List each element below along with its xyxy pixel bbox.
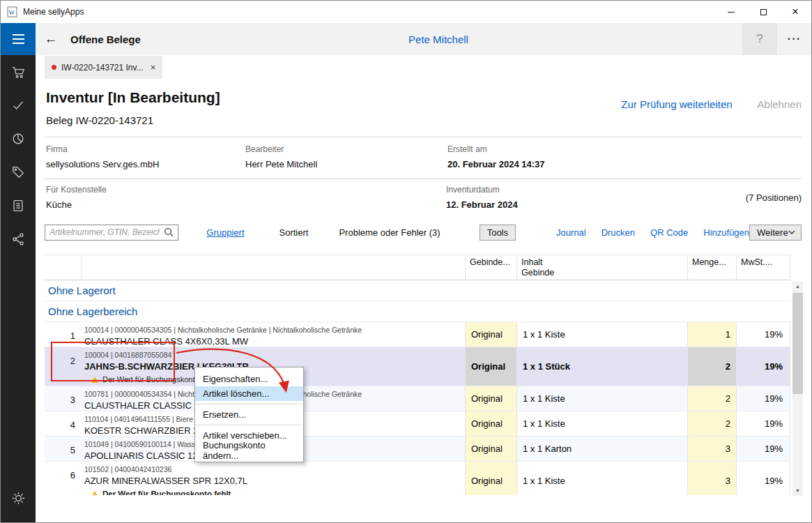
page-header: ← Offene Belege Pete Mitchell ? ··· xyxy=(36,23,811,55)
menu-separator xyxy=(196,404,302,404)
row-number: 4 xyxy=(45,411,81,436)
gebinde-cell[interactable]: Original xyxy=(465,322,516,347)
inhalt-cell[interactable]: 1 x 1 Kiste xyxy=(516,322,687,347)
col-menge[interactable]: Menge... xyxy=(687,255,736,280)
group-row-lagerort[interactable]: Ohne Lagerort xyxy=(45,280,790,301)
mwst-cell[interactable]: 19% xyxy=(736,322,790,347)
positions-count: (7 Positionen) xyxy=(746,192,802,203)
forward-review-link[interactable]: Zur Prüfung weiterleiten xyxy=(621,98,732,110)
scrollbar-thumb[interactable] xyxy=(792,293,803,394)
search-icon[interactable] xyxy=(164,227,174,237)
mwst-cell[interactable]: 19% xyxy=(736,437,790,461)
table-row[interactable]: 1 100014 | 00000040534305 | Nichtalkohol… xyxy=(45,322,790,347)
pie-chart-icon[interactable] xyxy=(1,122,36,156)
menge-cell[interactable]: 1 xyxy=(687,322,736,347)
col-inhalt[interactable]: Inhalt Gebinde xyxy=(516,255,687,280)
field-value-bearbeiter: Herr Pete Mitchell xyxy=(245,159,447,170)
col-mwst[interactable]: MwSt.... xyxy=(736,255,790,280)
menu-item-artikel-loeschen[interactable]: Artikel löschen... xyxy=(195,386,303,401)
field-label-bearbeiter: Bearbeiter xyxy=(245,144,447,154)
field-value-inventurdatum: 12. Februar 2024 xyxy=(446,199,746,211)
settings-gear-icon[interactable] xyxy=(1,481,36,515)
field-value-firma: sellysolutions Serv.ges.mbH xyxy=(46,159,245,170)
sorted-link[interactable]: Sortiert xyxy=(279,227,309,238)
maximize-button[interactable] xyxy=(747,1,779,23)
table-body: Ohne Lagerort Ohne Lagerbereich 1 100014… xyxy=(45,280,790,495)
menge-cell[interactable]: 2 xyxy=(687,386,736,411)
page-title: Offene Belege xyxy=(70,33,141,45)
journal-book-icon[interactable] xyxy=(1,189,36,222)
hamburger-menu-icon[interactable] xyxy=(1,23,36,55)
menu-item-buchungskonto-aendern[interactable]: Buchungskonto ändern... xyxy=(195,443,303,457)
help-icon[interactable]: ? xyxy=(742,23,777,55)
price-tag-icon[interactable] xyxy=(1,156,36,189)
col-gebinde[interactable]: Gebinde... xyxy=(465,255,516,280)
row-number: 2 xyxy=(45,347,81,386)
cart-icon[interactable] xyxy=(1,55,36,89)
search-box[interactable] xyxy=(45,225,178,241)
gebinde-cell[interactable]: Original xyxy=(465,411,516,436)
positions-table: Gebinde... Inhalt Gebinde Menge... MwSt.… xyxy=(45,255,790,495)
menu-item-ersetzen[interactable]: Ersetzen... xyxy=(195,407,303,422)
field-label-erstellt-am: Erstellt am xyxy=(447,144,802,154)
table-row[interactable]: 4 110104 | 04014964111555 | Biere KOESTR… xyxy=(45,411,790,437)
vertical-scrollbar[interactable]: ▲ ▼ xyxy=(792,281,803,496)
inhalt-cell[interactable]: 1 x 1 Kiste xyxy=(516,462,687,495)
field-label-kostenstelle: Für Kostenstelle xyxy=(46,185,446,195)
inhalt-cell[interactable]: 1 x 1 Kiste xyxy=(516,411,687,436)
back-arrow-icon[interactable]: ← xyxy=(36,31,66,47)
document-title: Inventur [In Bearbeitung] xyxy=(46,89,220,107)
tab-label: IW-0220-143721 Inv... xyxy=(61,63,144,73)
mwst-cell[interactable]: 19% xyxy=(736,386,790,411)
print-link[interactable]: Drucken xyxy=(602,227,635,238)
row-number: 6 xyxy=(45,462,81,495)
mwst-cell[interactable]: 19% xyxy=(736,347,790,386)
share-network-icon[interactable] xyxy=(1,222,36,256)
tools-button[interactable]: Tools xyxy=(480,225,516,241)
inhalt-cell[interactable]: 1 x 1 Stück xyxy=(516,347,687,386)
table-header: Gebinde... Inhalt Gebinde Menge... MwSt.… xyxy=(45,255,790,280)
current-user[interactable]: Pete Mitchell xyxy=(408,33,468,45)
row-number: 5 xyxy=(45,437,81,461)
table-row-selected[interactable]: 2 100004 | 04016887055084 JAHNS-B.SCHWAR… xyxy=(45,347,790,386)
tab-inventur[interactable]: IW-0220-143721 Inv... × xyxy=(45,56,162,79)
scroll-down-icon[interactable]: ▼ xyxy=(792,485,803,496)
problems-filter-link[interactable]: Probleme oder Fehler (3) xyxy=(339,227,440,238)
field-label-firma: Firma xyxy=(46,144,245,154)
qr-code-link[interactable]: QR Code xyxy=(650,227,688,238)
inhalt-cell[interactable]: 1 x 1 Karton xyxy=(516,437,687,461)
mwst-cell[interactable]: 19% xyxy=(736,462,790,495)
tab-strip: IW-0220-143721 Inv... × xyxy=(36,55,811,79)
gebinde-cell[interactable]: Original xyxy=(465,462,516,495)
gebinde-cell[interactable]: Original xyxy=(465,386,516,411)
scroll-up-icon[interactable]: ▲ xyxy=(792,281,803,291)
table-row[interactable]: 5 101049 | 04100590100114 | Wasser APOLL… xyxy=(45,437,790,462)
search-input[interactable] xyxy=(45,227,164,237)
mwst-cell[interactable]: 19% xyxy=(736,411,790,436)
add-link[interactable]: Hinzufügen xyxy=(703,227,749,238)
menge-cell[interactable]: 3 xyxy=(687,437,736,461)
table-row[interactable]: 6 101502 | 04004042410236 AZUR MINERALWA… xyxy=(45,462,790,495)
context-menu: Eigenschaften... Artikel löschen... Erse… xyxy=(194,367,304,462)
menge-cell[interactable]: 2 xyxy=(687,347,736,386)
menge-cell[interactable]: 2 xyxy=(687,411,736,436)
gebinde-cell[interactable]: Original xyxy=(465,437,516,461)
close-button[interactable]: × xyxy=(779,1,811,23)
gebinde-cell[interactable]: Original xyxy=(465,347,516,386)
journal-link[interactable]: Journal xyxy=(556,227,586,238)
article-meta: 100014 | 00000040534305 | Nichtalkoholis… xyxy=(84,326,465,334)
menu-item-eigenschaften[interactable]: Eigenschaften... xyxy=(195,372,303,386)
field-value-erstellt-am: 20. Februar 2024 14:37 xyxy=(447,159,802,170)
more-options-icon[interactable]: ··· xyxy=(777,23,811,55)
chevron-down-icon xyxy=(788,230,795,235)
minimize-button[interactable] xyxy=(715,1,747,23)
grouped-link[interactable]: Gruppiert xyxy=(206,227,244,238)
tab-close-icon[interactable]: × xyxy=(151,62,156,73)
menge-cell[interactable]: 3 xyxy=(687,462,736,495)
reject-link: Ablehnen xyxy=(758,98,802,110)
checkmark-icon[interactable] xyxy=(1,89,36,122)
table-row[interactable]: 3 100781 | 00000040534354 | Nichtalkohol… xyxy=(45,386,790,411)
inhalt-cell[interactable]: 1 x 1 Kiste xyxy=(516,386,687,411)
more-dropdown-button[interactable]: Weitere xyxy=(749,225,802,241)
group-row-lagerbereich[interactable]: Ohne Lagerbereich xyxy=(45,301,790,322)
